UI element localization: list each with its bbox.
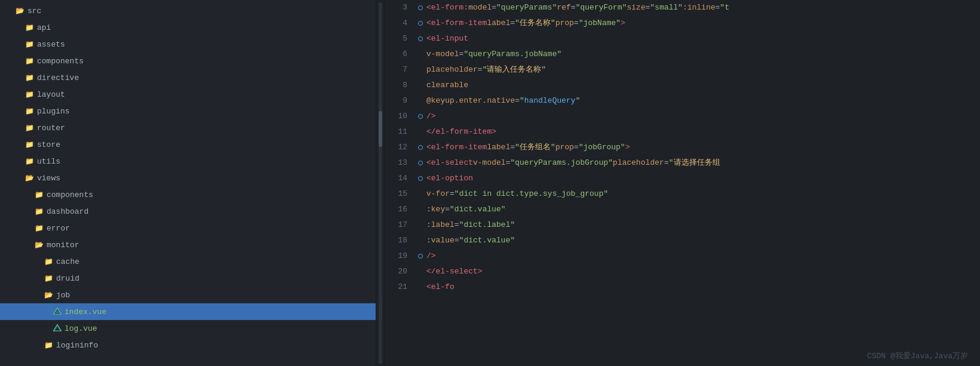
sidebar-item-logininfo[interactable]: logininfo <box>0 337 376 353</box>
folder-closed-icon <box>24 23 35 32</box>
code-token: "queryParams.jobGroup" <box>510 155 613 171</box>
code-token: <el-input <box>426 31 468 47</box>
code-line: /> <box>426 248 968 264</box>
breakpoint-icon[interactable] <box>418 5 423 10</box>
code-token: "dict.value" <box>459 233 515 248</box>
line-numbers: 3456789101112131415161718192021 <box>385 0 414 366</box>
sidebar-item-monitor[interactable]: monitor <box>0 236 376 253</box>
breakpoint-icon[interactable] <box>418 114 423 119</box>
sidebar-item-index-vue[interactable]: index.vue <box>0 303 376 320</box>
line-number: 9 <box>385 93 407 109</box>
line-number: 3 <box>385 0 407 16</box>
sidebar-item-api[interactable]: api <box>0 19 376 36</box>
code-token: = <box>574 16 579 31</box>
code-token: </el-form-item> <box>426 124 496 140</box>
line-number: 10 <box>385 109 407 124</box>
line-number: 21 <box>385 279 407 295</box>
folder-closed-icon <box>24 124 35 133</box>
code-line: <el-input <box>426 31 968 47</box>
gutter-icon-row <box>414 248 426 264</box>
code-token: " <box>551 16 555 31</box>
sidebar-item-views[interactable]: views <box>0 170 376 186</box>
code-token: = <box>646 0 650 16</box>
code-token: = <box>574 140 579 155</box>
code-token: = <box>571 0 576 16</box>
code-token: = <box>454 233 459 248</box>
file-explorer: srcapiassetscomponentsdirectivelayoutplu… <box>0 0 376 366</box>
code-line: <el-option <box>426 171 968 186</box>
code-token: 任务名称 <box>520 16 551 31</box>
code-token: :label <box>426 217 454 233</box>
breakpoint-icon[interactable] <box>418 254 423 259</box>
item-label: index.vue <box>64 307 106 316</box>
code-token: = <box>459 47 464 62</box>
folder-closed-icon <box>33 224 44 233</box>
code-line: <el-form-item label="任务组名" prop="jobGrou… <box>426 140 968 155</box>
sidebar-item-components[interactable]: components <box>0 53 376 69</box>
sidebar-item-views-components[interactable]: components <box>0 186 376 203</box>
line-number: 11 <box>385 124 407 140</box>
code-token: > <box>625 140 630 155</box>
code-token: handleQuery <box>524 93 576 109</box>
line-number: 5 <box>385 31 407 47</box>
sidebar-item-layout[interactable]: layout <box>0 86 376 103</box>
code-token: " <box>541 62 546 78</box>
code-token: = <box>510 140 515 155</box>
gutter-icon-row <box>414 78 426 93</box>
code-token: :model <box>463 0 491 16</box>
sidebar-item-plugins[interactable]: plugins <box>0 103 376 119</box>
breakpoint-icon[interactable] <box>418 36 423 41</box>
sidebar-item-assets[interactable]: assets <box>0 36 376 53</box>
sidebar-item-log-vue[interactable]: log.vue <box>0 320 376 337</box>
item-label: dashboard <box>47 207 88 216</box>
scrollbar-track[interactable] <box>379 2 382 364</box>
code-token: " <box>515 16 520 31</box>
sidebar-item-src[interactable]: src <box>0 2 376 19</box>
breakpoint-icon[interactable] <box>418 145 423 150</box>
item-label: components <box>47 190 93 199</box>
code-line: v-for="dict in dict.type.sys_job_group" <box>426 186 968 202</box>
item-label: components <box>37 57 84 66</box>
sidebar-item-router[interactable]: router <box>0 119 376 136</box>
item-label: monitor <box>47 241 79 250</box>
sidebar-item-cache[interactable]: cache <box>0 253 376 270</box>
editor-scrollbar-gutter <box>376 0 385 366</box>
code-token: <el-select <box>426 155 473 171</box>
code-line: :label="dict.label" <box>426 217 968 233</box>
sidebar-item-utils[interactable]: utils <box>0 153 376 170</box>
code-line: <el-form-item label="任务名称" prop="jobName… <box>426 16 968 31</box>
code-line: </el-select> <box>426 264 968 279</box>
sidebar-item-store[interactable]: store <box>0 136 376 153</box>
folder-closed-icon <box>24 73 35 82</box>
sidebar-item-job[interactable]: job <box>0 287 376 303</box>
gutter-icon-row <box>414 109 426 124</box>
sidebar-item-dashboard[interactable]: dashboard <box>0 203 376 220</box>
gutter-icon-row <box>414 171 426 186</box>
code-token: placeholder <box>426 62 478 78</box>
sidebar-item-druid[interactable]: druid <box>0 270 376 287</box>
code-token: <el-form-item <box>426 16 487 31</box>
gutter-icon-row <box>414 62 426 78</box>
folder-closed-icon <box>43 274 54 283</box>
item-label: api <box>37 23 51 32</box>
code-token: "dict.label" <box>459 217 515 233</box>
breakpoint-icon[interactable] <box>418 161 423 165</box>
code-token: "queryParams.jobName" <box>463 47 561 62</box>
line-number: 13 <box>385 155 407 171</box>
code-token: "small" <box>650 0 683 16</box>
code-area[interactable]: <el-form :model="queryParams" ref="query… <box>426 0 980 366</box>
sidebar-item-directive[interactable]: directive <box>0 69 376 86</box>
breakpoint-icon[interactable] <box>418 176 423 181</box>
code-token: "jobGroup" <box>579 140 625 155</box>
code-token: ref <box>557 0 570 16</box>
breakpoint-icon[interactable] <box>418 21 423 26</box>
sidebar-item-error[interactable]: error <box>0 220 376 236</box>
item-label: store <box>37 140 60 149</box>
folder-closed-icon <box>24 57 35 66</box>
code-token: 请输入任务名称 <box>487 62 541 78</box>
code-token: = <box>478 62 483 78</box>
item-label: directive <box>37 73 79 82</box>
scrollbar-thumb[interactable] <box>379 111 382 147</box>
line-number: 19 <box>385 248 407 264</box>
code-token: size <box>627 0 646 16</box>
